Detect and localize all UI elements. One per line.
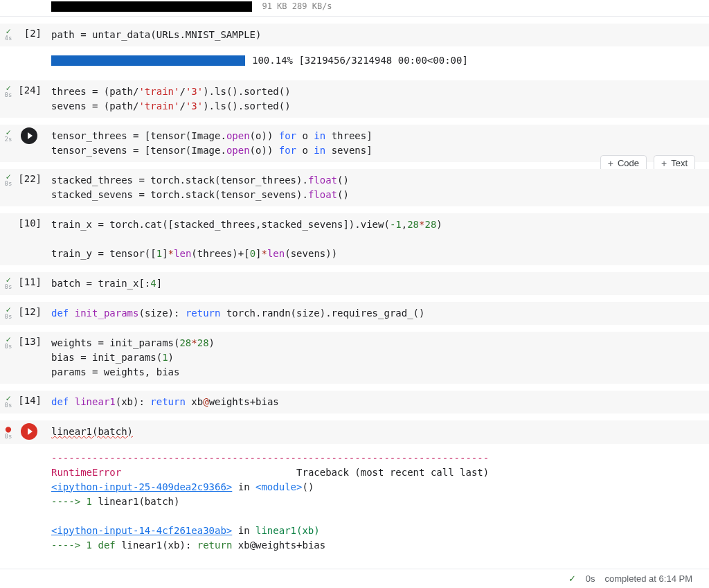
cell: ✓4s[2]path = untar_data(URLs.MNIST_SAMPL… xyxy=(0,24,709,46)
exec-time: 0s xyxy=(0,283,17,290)
exec-time: 0s xyxy=(0,433,17,440)
exec-count: [2] xyxy=(17,24,44,46)
footer-time: 0s xyxy=(586,573,595,584)
exec-time: 0s xyxy=(0,402,17,409)
traceback-link[interactable]: <ipython-input-25-409dea2c9366> xyxy=(51,481,232,492)
exec-count: [13] xyxy=(17,332,44,384)
plus-icon: + xyxy=(608,158,613,169)
progress-bar xyxy=(51,55,245,66)
code-input[interactable]: train_x = torch.cat([stacked_threes,stac… xyxy=(44,213,709,265)
code-input[interactable]: path = untar_data(URLs.MNIST_SAMPLE) xyxy=(44,24,709,46)
cell: ✓0s[14]def linear1(xb): return xb@weight… xyxy=(0,391,709,413)
prev-cell-output: 91 KB 289 KB/s xyxy=(44,0,709,16)
progress-label-top: 91 KB 289 KB/s xyxy=(262,1,332,11)
code-input[interactable]: def linear1(xb): return xb@weights+bias xyxy=(44,391,709,413)
code-input[interactable]: linear1(batch) xyxy=(44,420,709,444)
cell: [10]train_x = torch.cat([stacked_threes,… xyxy=(0,213,709,265)
code-input[interactable]: batch = train_x[:4] xyxy=(44,272,709,295)
cell: ●0slinear1(batch) xyxy=(0,420,709,444)
progress-label: 100.14% [3219456/3214948 00:00<00:00] xyxy=(252,53,468,68)
cell: ✓0s[13]weights = init_params(28*28) bias… xyxy=(0,332,709,384)
cell-output: 100.14% [3219456/3214948 00:00<00:00] xyxy=(44,49,709,73)
exec-count: [12] xyxy=(17,302,44,325)
check-icon: ✓ xyxy=(568,573,576,584)
exec-time: 0s xyxy=(0,91,17,98)
progress-bar-top xyxy=(51,1,252,12)
notebook: 91 KB 289 KB/s ✓4s[2]path = untar_data(U… xyxy=(0,0,709,588)
code-input[interactable]: threes = (path/'train'/'3').ls().sorted(… xyxy=(44,80,709,118)
exec-count: [22] xyxy=(17,169,44,206)
traceback-link[interactable]: <ipython-input-14-4cf261ea30ab> xyxy=(51,525,232,536)
status-bar: ✓ 0s completed at 6:14 PM xyxy=(0,569,709,588)
error-output: ----------------------------------------… xyxy=(44,447,709,587)
cell: ✓0s[24]threes = (path/'train'/'3').ls().… xyxy=(0,80,709,118)
exec-time: 2s xyxy=(0,136,17,143)
exec-count: [10] xyxy=(17,213,44,265)
cell: ✓0s[12]def init_params(size): return tor… xyxy=(0,302,709,325)
footer-completed: completed at 6:14 PM xyxy=(605,573,692,584)
exec-count: [24] xyxy=(17,80,44,118)
cell: ✓0s[11]batch = train_x[:4] xyxy=(0,272,709,295)
exec-time: 0s xyxy=(0,313,17,320)
run-button[interactable] xyxy=(21,127,37,144)
exec-time: 4s xyxy=(0,35,17,42)
code-input[interactable]: stacked_threes = torch.stack(tensor_thre… xyxy=(44,169,709,206)
cell: ✓2stensor_threes = [tensor(Image.open(o)… xyxy=(0,125,709,162)
plus-icon: + xyxy=(661,158,667,169)
exec-count: [14] xyxy=(17,391,44,413)
exec-count: [11] xyxy=(17,272,44,295)
cell: ✓0s[22]stacked_threes = torch.stack(tens… xyxy=(0,169,709,206)
code-input[interactable]: weights = init_params(28*28) bias = init… xyxy=(44,332,709,384)
exec-time: 0s xyxy=(0,180,17,187)
divider xyxy=(0,16,709,17)
run-button[interactable] xyxy=(21,423,37,440)
exec-time: 0s xyxy=(0,343,17,350)
code-input[interactable]: def init_params(size): return torch.rand… xyxy=(44,302,709,325)
